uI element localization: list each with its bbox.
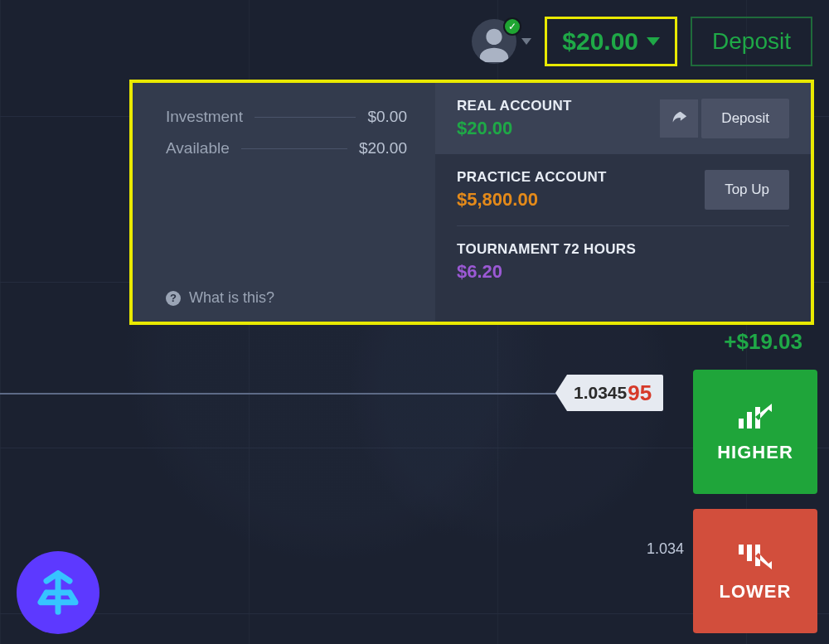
account-list: REAL ACCOUNT $20.00 Deposit PRACTICE ACC… — [435, 83, 811, 322]
lower-button[interactable]: LOWER — [693, 509, 817, 633]
account-dropdown-panel: Investment $0.00 Available $20.00 ? What… — [129, 80, 814, 325]
available-label: Available — [166, 139, 230, 157]
profit-loss-value: +$19.03 — [724, 329, 802, 355]
account-practice[interactable]: PRACTICE ACCOUNT $5,800.00 Top Up — [435, 154, 811, 225]
trend-down-icon — [735, 540, 775, 573]
top-bar: ✓ $20.00 Deposit — [472, 17, 812, 66]
caret-down-icon — [647, 37, 660, 46]
account-deposit-button[interactable]: Deposit — [701, 99, 789, 138]
share-button[interactable] — [660, 99, 698, 138]
investment-value: $0.00 — [367, 108, 407, 126]
what-is-this-link[interactable]: ? What is this? — [166, 289, 407, 307]
available-row: Available $20.00 — [166, 139, 407, 157]
share-icon — [670, 109, 688, 128]
brand-logo — [17, 551, 99, 634]
logo-icon — [35, 569, 81, 616]
account-name: TOURNAMENT 72 HOURS — [457, 241, 636, 258]
balance-dropdown[interactable]: $20.00 — [545, 17, 677, 66]
account-topup-button[interactable]: Top Up — [705, 170, 789, 210]
help-icon: ? — [166, 291, 181, 306]
investment-row: Investment $0.00 — [166, 108, 407, 126]
balance-value: $20.00 — [562, 27, 638, 56]
account-name: REAL ACCOUNT — [457, 98, 572, 114]
verified-badge-icon: ✓ — [503, 17, 521, 36]
deposit-button[interactable]: Deposit — [691, 17, 812, 66]
price-minor: 95 — [628, 380, 652, 406]
lower-label: LOWER — [720, 581, 792, 603]
caret-down-icon — [521, 38, 531, 45]
higher-label: HIGHER — [717, 442, 793, 463]
axis-tick-value: 1.034 — [647, 540, 684, 558]
account-name: PRACTICE ACCOUNT — [457, 169, 607, 186]
what-is-this-label: What is this? — [189, 289, 274, 307]
price-line — [0, 393, 597, 395]
account-amount: $5,800.00 — [457, 189, 607, 211]
trend-up-icon — [735, 400, 775, 433]
account-summary: Investment $0.00 Available $20.00 ? What… — [133, 83, 435, 322]
investment-label: Investment — [166, 108, 243, 126]
price-marker: 1.034595 — [555, 375, 663, 411]
account-amount: $6.20 — [457, 261, 636, 283]
account-tournament[interactable]: TOURNAMENT 72 HOURS $6.20 — [435, 226, 811, 298]
account-real[interactable]: REAL ACCOUNT $20.00 Deposit — [435, 83, 811, 154]
profile-menu[interactable]: ✓ — [472, 19, 531, 64]
available-value: $20.00 — [359, 139, 407, 157]
higher-button[interactable]: HIGHER — [693, 370, 817, 494]
price-major: 1.0345 — [574, 383, 627, 403]
account-amount: $20.00 — [457, 118, 572, 139]
